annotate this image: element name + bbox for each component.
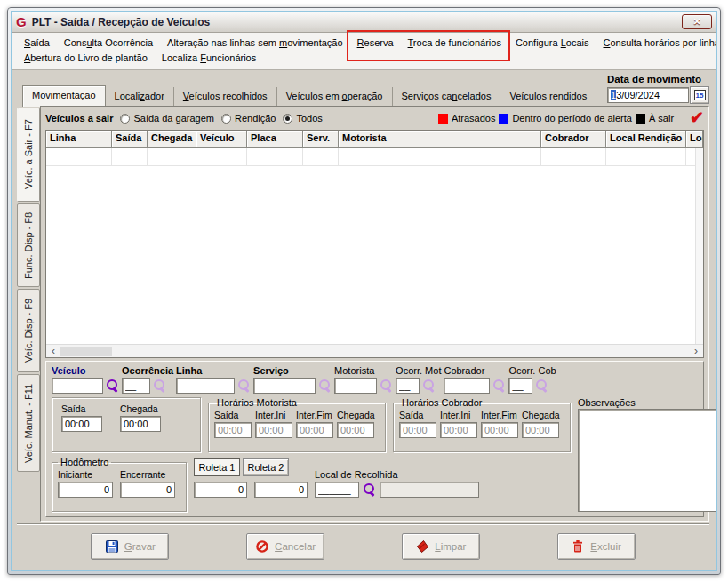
search-icon[interactable] xyxy=(380,379,393,393)
chegada-time-input[interactable] xyxy=(120,416,161,432)
column-header-loc[interactable]: Loc. xyxy=(686,131,703,148)
saida-time-input[interactable] xyxy=(61,416,102,432)
desktop: G PLT - Saída / Recepção de Veículos ✕ S… xyxy=(0,0,728,582)
column-header-cobrador[interactable]: Cobrador xyxy=(541,131,606,148)
search-icon[interactable] xyxy=(422,379,436,393)
ocorrencia-label: Ocorrência xyxy=(122,365,173,376)
search-icon[interactable] xyxy=(153,379,166,393)
cob-chegada-input[interactable] xyxy=(522,422,559,438)
side-tab-veic-disp[interactable]: Veíc. Disp - F9 xyxy=(17,289,40,372)
legend-swatch-a-sair xyxy=(636,114,645,124)
horarios-motorista-group: Horários Motorista Saída Inter.Ini Inter… xyxy=(208,397,386,452)
menu-item-abertura-livro[interactable]: Abertura do Livro de plantão xyxy=(17,52,155,64)
local-recolhida-input[interactable] xyxy=(315,482,359,498)
menu-item-reserva[interactable]: Reserva xyxy=(350,36,401,49)
scroll-left-icon[interactable]: ‹ xyxy=(46,346,60,357)
calendar-button[interactable]: 15 xyxy=(690,86,709,104)
roleta-1-button[interactable]: Roleta 1 xyxy=(194,458,240,476)
search-icon[interactable] xyxy=(318,379,332,393)
action-button-bar: Gravar Cancelar Limpar xyxy=(17,523,709,566)
roleta-2-button[interactable]: Roleta 2 xyxy=(243,458,289,476)
scrollbar-thumb[interactable] xyxy=(60,347,112,356)
column-header-placa[interactable]: Placa xyxy=(247,131,303,148)
column-header-veiculo[interactable]: Veículo xyxy=(196,131,247,148)
movement-date-input[interactable]: 13/09/2024 xyxy=(607,87,689,103)
vehicles-grid: Linha Saída Chegada Veículo Placa Serv. … xyxy=(45,130,704,358)
gravar-button[interactable]: Gravar xyxy=(91,533,169,560)
status-legend: Atrasados Dentro do período de alerta À … xyxy=(438,113,674,124)
close-button[interactable]: ✕ xyxy=(682,14,712,29)
saida-label: Saída xyxy=(61,403,102,414)
menu-item-localiza-funcionarios[interactable]: Localiza Funcionários xyxy=(155,52,263,64)
servico-label: Serviço xyxy=(253,365,332,376)
motorista-input[interactable] xyxy=(334,378,377,394)
menu-item-configura-locais[interactable]: Configura Locais xyxy=(508,36,596,49)
window-title: PLT - Saída / Recepção de Veículos xyxy=(32,16,211,28)
search-icon[interactable] xyxy=(363,483,376,497)
menu-item-troca-funcionarios[interactable]: Troca de funcionários xyxy=(401,36,508,49)
mot-inter-fim-input[interactable] xyxy=(296,422,333,438)
radio-rendicao[interactable]: Rendição xyxy=(221,113,276,124)
grid-horizontal-scrollbar[interactable]: ‹ › xyxy=(46,344,703,357)
side-tab-veic-a-sair[interactable]: Veíc. a Sair - F7 xyxy=(17,108,40,202)
column-header-motorista[interactable]: Motorista xyxy=(339,131,541,148)
calendar-icon: 15 xyxy=(694,90,706,100)
radio-saida-garagem[interactable]: Saída da garagem xyxy=(120,113,214,124)
search-icon[interactable] xyxy=(535,379,548,393)
cob-saida-input[interactable] xyxy=(399,422,436,438)
side-tab-veic-manut[interactable]: Veíc. Manut. - F11 xyxy=(17,374,40,472)
cob-inter-ini-input[interactable] xyxy=(440,422,477,438)
excluir-button[interactable]: Excluir xyxy=(557,533,636,560)
column-header-chegada[interactable]: Chegada xyxy=(148,131,196,148)
tab-veiculos-em-operacao[interactable]: Veículos em operação xyxy=(277,87,393,106)
cobrador-input[interactable] xyxy=(444,378,490,394)
tab-veiculos-recolhidos[interactable]: Veículos recolhidos xyxy=(174,87,277,106)
menu-item-consulta-ocorrencia[interactable]: Consulta Ocorrência xyxy=(57,36,160,49)
tab-localizador[interactable]: Localizador xyxy=(106,87,174,106)
side-tab-strip: Veíc. a Sair - F7 Func. Disp - F8 Veíc. … xyxy=(17,106,40,522)
app-logo-icon: G xyxy=(16,15,27,28)
horarios-motorista-legend: Horários Motorista xyxy=(214,397,300,408)
hodometro-encerrante-input[interactable] xyxy=(120,482,175,498)
radio-icon xyxy=(120,114,130,124)
local-recolhida-block: Local de Recolhida xyxy=(315,457,479,498)
ocorrencia-input[interactable] xyxy=(122,378,150,394)
veiculo-input[interactable] xyxy=(52,378,103,394)
search-icon[interactable] xyxy=(237,379,251,393)
cancelar-button[interactable]: Cancelar xyxy=(246,533,324,560)
mot-inter-ini-input[interactable] xyxy=(255,422,292,438)
ocorr-cob-input[interactable] xyxy=(508,378,532,394)
radio-todos[interactable]: Todos xyxy=(283,113,322,124)
mot-chegada-input[interactable] xyxy=(337,422,374,438)
scroll-right-icon[interactable]: › xyxy=(689,346,703,357)
search-icon[interactable] xyxy=(492,379,506,393)
mot-saida-input[interactable] xyxy=(214,422,252,438)
column-header-local-rendicao[interactable]: Local Rendição xyxy=(606,131,686,148)
tab-veiculos-rendidos[interactable]: Veículos rendidos xyxy=(500,87,596,106)
column-header-saida[interactable]: Saída xyxy=(112,131,148,148)
servico-input[interactable] xyxy=(253,378,316,394)
hodometro-iniciante-input[interactable] xyxy=(58,482,113,498)
menu-item-consulta-horarios[interactable]: Consulta horários por linha xyxy=(596,36,718,49)
column-header-linha[interactable]: Linha xyxy=(46,131,112,148)
column-header-serv[interactable]: Serv. xyxy=(303,131,339,148)
ocorr-mot-input[interactable] xyxy=(396,378,420,394)
tab-movimentacao[interactable]: Movimentação xyxy=(22,85,106,107)
limpar-button[interactable]: Limpar xyxy=(402,533,480,560)
local-recolhida-label: Local de Recolhida xyxy=(315,469,479,480)
checkmark-icon: ✔ xyxy=(690,109,704,126)
cobrador-label: Cobrador xyxy=(444,365,506,376)
menu-item-saida[interactable]: Saída xyxy=(17,36,57,49)
tab-servicos-cancelados[interactable]: Serviços cancelados xyxy=(393,87,501,106)
record-form: Veículo Ocorrência L xyxy=(45,361,704,517)
menu-item-alteracao-linhas[interactable]: Alteração nas linhas sem movimentação xyxy=(160,36,350,49)
linha-input[interactable] xyxy=(176,378,235,394)
cob-inter-fim-input[interactable] xyxy=(481,422,518,438)
ocorr-cob-label: Ocorr. Cob xyxy=(508,365,556,376)
search-icon[interactable] xyxy=(106,379,119,393)
side-tab-func-disp[interactable]: Func. Disp - F8 xyxy=(17,203,40,287)
roleta-2-input[interactable] xyxy=(254,482,308,498)
grid-vertical-scrollbar[interactable] xyxy=(695,148,703,344)
roleta-1-input[interactable] xyxy=(194,482,247,498)
observacoes-textarea[interactable] xyxy=(578,409,717,512)
